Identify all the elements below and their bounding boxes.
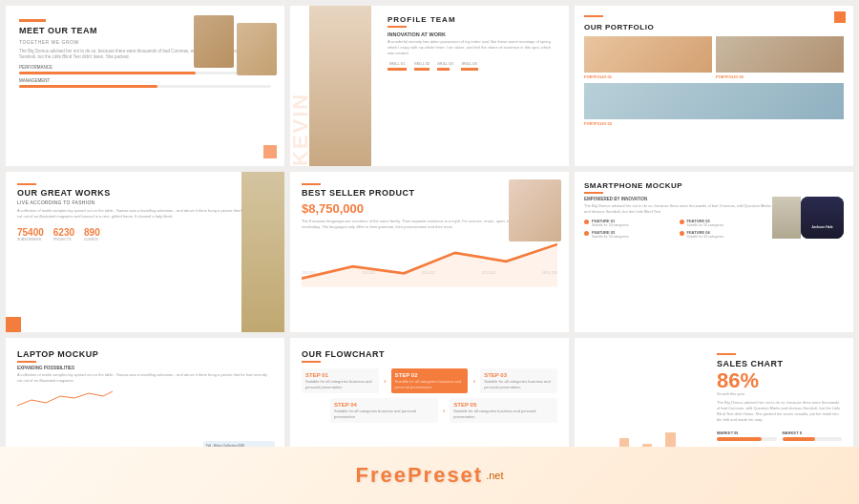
skill-4: SKILL 04: [461, 61, 478, 71]
orange-square: [263, 145, 277, 158]
flow-num-1: STEP 01: [305, 372, 375, 378]
mgmt-fill: [19, 85, 157, 88]
product-image: [509, 179, 561, 242]
skill-2-bar: [414, 68, 430, 71]
mgmt-label: MANAGEMENT: [19, 78, 271, 83]
orange-square: [6, 317, 21, 332]
feat-dot-1: [584, 220, 589, 224]
skill-3-label: SKILL 03: [437, 61, 452, 66]
feat-desc-2: Subtitle for 50 categories: [687, 223, 724, 227]
arrow-2: ›: [472, 368, 475, 393]
person-photo-1: [194, 15, 234, 68]
stat-2-num: 6230: [53, 227, 74, 238]
market-1-bar: [717, 437, 777, 441]
market-2: MARKET II: [783, 430, 843, 441]
works-desc: A collection of textile samples lay spre…: [17, 208, 273, 220]
stat-2: 6230 projects: [53, 227, 74, 242]
feat-text-2: FEATURE 02 Subtitle for 50 categories: [687, 219, 724, 227]
orange-square: [834, 11, 846, 23]
portfolio-img-2: [716, 36, 844, 73]
sales-title: SALES CHART: [717, 359, 842, 368]
portfolio-item-1: PORTFOLIO 01: [584, 36, 712, 79]
arrow-1: ›: [384, 368, 387, 393]
accent-line: [17, 183, 36, 185]
feat-dot-2: [680, 220, 684, 224]
skill-1-label: SKILL 01: [388, 61, 407, 66]
skill-4-bar: [461, 68, 478, 71]
slide-meet-our-team: MEET OUR TEAM TOGETHER WE GROW The Big D…: [6, 6, 284, 166]
skill-3-bar: [437, 68, 450, 71]
phone-mockup: Jackson Hale: [801, 197, 844, 239]
accent-line: [717, 353, 736, 355]
skill-1: SKILL 01: [388, 61, 407, 71]
flow-num-5: STEP 05: [453, 402, 554, 408]
skill-1-bar: [388, 68, 407, 71]
flow-row-2: STEP 04 Suitable for all categories busi…: [330, 398, 557, 423]
flow-text-1: Suitable for all categories business and…: [305, 379, 375, 389]
feat-dot-4: [680, 231, 684, 236]
accent-line: [17, 361, 36, 363]
phone-screen: Jackson Hale: [801, 197, 844, 239]
profile-desc: A wonderful serenity has taken possessio…: [388, 39, 557, 56]
works-title: OUR GREAT Works: [17, 188, 273, 198]
portfolio-img-3: [584, 83, 844, 119]
feature-2: FEATURE 02 Subtitle for 50 categories: [680, 219, 772, 227]
skill-2-label: SKILL 02: [414, 61, 430, 66]
sales-desc: The Big Domus advised her not to do so, …: [717, 400, 842, 423]
slide-grid: MEET OUR TEAM TOGETHER WE GROW The Big D…: [0, 0, 859, 504]
stat-3-label: clients: [84, 238, 100, 242]
portfolio-title: OUR PORTFOLIO: [584, 23, 844, 32]
smartphone-subtitle: EMPOWERED BY INNOVATION: [584, 197, 771, 201]
slide-great-works: OUR GREAT Works LIVE ACCORDING TO FASHIO…: [6, 172, 284, 332]
accent-line: [302, 361, 321, 363]
flow-num-2: STEP 02: [395, 372, 465, 378]
portfolio-label-3: PORTFOLIO 03: [584, 121, 844, 126]
watermark-text: FreePreset: [355, 463, 483, 488]
side-image: [241, 172, 284, 332]
flow-step-1: STEP 01 Suitable for all categories busi…: [302, 368, 379, 393]
accent-line: [584, 192, 603, 194]
slide-smartphone: SMARTPHONE MOCKUP EMPOWERED BY INNOVATIO…: [575, 172, 853, 332]
flow-text-4: Suitable for all categories business and…: [334, 409, 434, 419]
skill-2: SKILL 02: [414, 61, 430, 71]
mini-chart: [17, 388, 273, 408]
percent-label: Growth this year: [717, 391, 842, 396]
feat-text-1: FEATURE 01 Subtitle for 50 categories: [592, 219, 629, 227]
smartphone-desc: The Big Domus advised her not to do so, …: [584, 203, 771, 214]
slide-profile-team: KEVIN CLARK PROFILE TEAM INNOVATION AT W…: [290, 6, 569, 166]
market-1-fill: [717, 437, 762, 441]
portfolio-item-3: PORTFOLIO 03: [584, 83, 844, 126]
flow-text-5: Suitable for all categories business and…: [453, 409, 554, 419]
line-chart: [302, 236, 557, 287]
laptop-desc: A collection of textile samples lay spre…: [17, 372, 273, 384]
slide-best-seller: BEST SELLER PRODUCT $8,750,000 The Europ…: [290, 172, 569, 332]
skills-row: SKILL 01 SKILL 02 SKILL 03 SKILL 04: [388, 61, 557, 71]
smartphone-layout: EMPOWERED BY INNOVATION The Big Domus ad…: [584, 197, 844, 239]
arrow-3: ›: [443, 398, 446, 423]
watermark: FreePreset .net: [0, 447, 859, 504]
market-2-bar: [783, 437, 843, 441]
flowchart-title: OUR FLOWCHART: [302, 349, 557, 359]
accent-line: [302, 183, 321, 185]
feature-3: FEATURE 03 Subtitle for 50 categories: [584, 230, 677, 239]
person-behind-phone: [772, 197, 801, 239]
feature-4: FEATURE 04 Subtitle for 50 categories: [680, 230, 772, 239]
mini-line-chart: [17, 388, 113, 408]
smartphone-left: EMPOWERED BY INNOVATION The Big Domus ad…: [584, 197, 771, 239]
feat-dot-3: [584, 231, 589, 236]
market-1: MARKET IN: [717, 430, 777, 441]
accent-bar: [19, 19, 46, 22]
stat-3-num: 890: [84, 227, 100, 238]
innovation-title: INNOVATION AT WORK: [388, 32, 557, 37]
flow-num-3: STEP 03: [484, 372, 554, 378]
feat-desc-3: Subtitle for 50 categories: [592, 235, 629, 239]
portfolio-label-1: PORTFOLIO 01: [584, 74, 712, 79]
market-2-fill: [783, 437, 815, 441]
stat-1-num: 75400: [17, 227, 44, 238]
flow-text-3: Suitable for all categories business and…: [484, 379, 554, 389]
works-subtitle: LIVE ACCORDING TO FASHION: [17, 200, 273, 205]
market-row: MARKET IN MARKET II: [717, 430, 842, 441]
portfolio-label-2: PORTFOLIO 02: [716, 74, 844, 79]
flow-num-4: STEP 04: [334, 402, 434, 408]
person-photo-2: [237, 23, 277, 75]
